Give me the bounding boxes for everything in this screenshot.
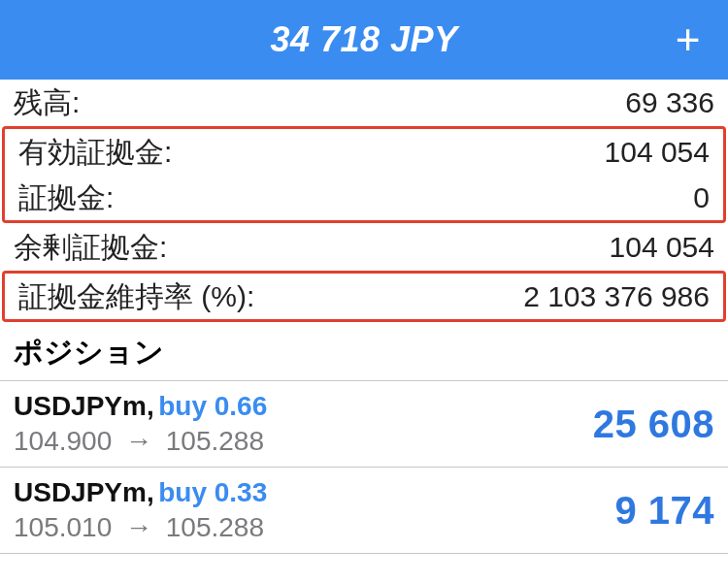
position-title: USDJPYm, buy 0.66 — [14, 391, 267, 422]
free-margin-label: 余剰証拠金: — [14, 228, 167, 268]
account-summary: 残高: 69 336 有効証拠金: 104 054 証拠金: 0 余剰証拠金: … — [0, 80, 728, 322]
position-info: USDJPYm, buy 0.33 105.010 → 105.288 — [14, 477, 267, 543]
position-action: buy 0.66 — [158, 391, 267, 421]
equity-row: 有効証拠金: 104 054 — [5, 129, 723, 175]
arrow-icon: → — [119, 512, 158, 542]
equity-label: 有効証拠金: — [18, 133, 172, 173]
open-price: 104.900 — [14, 426, 112, 456]
position-row[interactable]: USDJPYm, buy 0.33 105.010 → 105.288 9 17… — [0, 468, 728, 554]
position-prices: 105.010 → 105.288 — [14, 512, 267, 543]
balance-label: 残高: — [14, 83, 80, 123]
equity-margin-highlight: 有効証拠金: 104 054 証拠金: 0 — [2, 126, 726, 223]
position-info: USDJPYm, buy 0.66 104.900 → 105.288 — [14, 391, 267, 457]
balance-row: 残高: 69 336 — [0, 80, 728, 125]
position-pl: 9 174 — [614, 489, 714, 533]
margin-level-row: 証拠金維持率 (%): 2 103 376 986 — [5, 274, 723, 319]
comma: , — [147, 391, 154, 421]
margin-level-label: 証拠金維持率 (%): — [18, 277, 254, 317]
comma: , — [147, 477, 154, 507]
open-price: 105.010 — [14, 512, 112, 542]
margin-label: 証拠金: — [18, 178, 114, 218]
position-pl: 25 608 — [593, 403, 714, 446]
margin-level-highlight: 証拠金維持率 (%): 2 103 376 986 — [2, 271, 726, 322]
current-price: 105.288 — [166, 512, 264, 542]
equity-value: 104 054 — [605, 136, 710, 169]
margin-level-value: 2 103 376 986 — [523, 280, 710, 313]
free-margin-row: 余剰証拠金: 104 054 — [0, 224, 728, 270]
total-profit: 34 718 JPY — [270, 19, 457, 60]
position-symbol: USDJPYm — [14, 477, 147, 507]
position-action: buy 0.33 — [158, 477, 267, 507]
positions-section-title: ポジション — [0, 323, 728, 381]
add-icon[interactable]: + — [676, 18, 701, 61]
free-margin-value: 104 054 — [610, 231, 714, 264]
position-title: USDJPYm, buy 0.33 — [14, 477, 267, 508]
position-prices: 104.900 → 105.288 — [14, 426, 267, 457]
arrow-icon: → — [119, 426, 158, 456]
account-header: 34 718 JPY + — [0, 0, 728, 80]
margin-row: 証拠金: 0 — [5, 175, 723, 220]
current-price: 105.288 — [166, 426, 264, 456]
position-row[interactable]: USDJPYm, buy 0.66 104.900 → 105.288 25 6… — [0, 381, 728, 468]
margin-value: 0 — [693, 181, 710, 214]
balance-value: 69 336 — [625, 86, 714, 119]
position-symbol: USDJPYm — [14, 391, 147, 421]
